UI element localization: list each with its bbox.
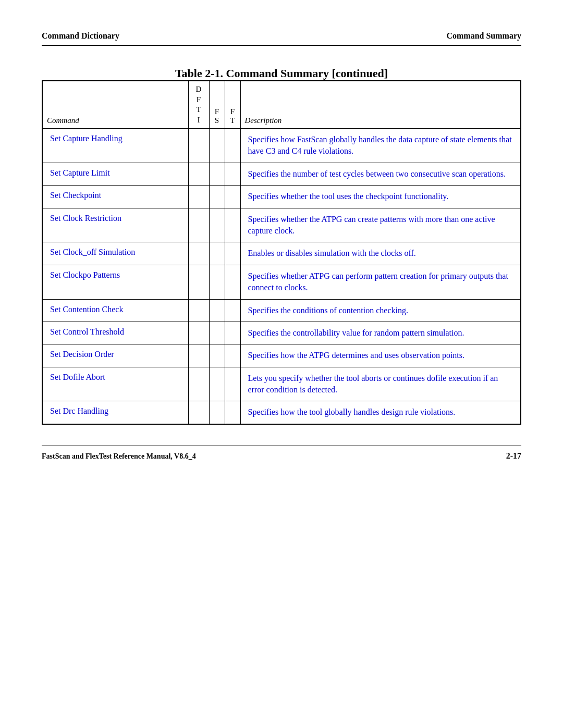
dtfi-cell [188,129,209,163]
ft-cell [225,242,240,265]
table-row: Set Decision OrderSpecifies how the ATPG… [42,344,521,367]
table-row: Set Clockpo PatternsSpecifies whether AT… [42,265,521,299]
table-header-row: Command D F T I F S [42,81,521,129]
dtfi-cell [188,322,209,344]
fs-cell [209,129,225,163]
command-cell[interactable]: Set Decision Order [42,344,188,367]
ft-cell [225,129,240,163]
footer-page-number: 2-17 [506,451,521,461]
description-cell: Specifies whether the ATPG can create pa… [240,208,521,242]
command-cell[interactable]: Set Clock_off Simulation [42,242,188,265]
page-footer: FastScan and FlexTest Reference Manual, … [42,446,521,461]
command-summary-table: Command D F T I F S [42,80,521,425]
description-text: Enables or disables simulation with the … [248,249,416,257]
fs-cell [209,163,225,185]
page-header: Command Dictionary Command Summary [42,31,521,46]
description-cell: Specifies how the ATPG determines and us… [240,344,521,367]
fs-cell [209,186,225,208]
description-text: Specifies the conditions of contention c… [248,306,408,315]
command-cell[interactable]: Set Dofile Abort [42,367,188,401]
dtfi-label: D F T I [193,84,205,125]
description-text: Specifies the number of test cycles betw… [248,169,506,178]
page: Command Dictionary Command Summary Table… [0,0,563,728]
fs-cell [209,242,225,265]
dtfi-cell [188,344,209,367]
command-cell[interactable]: Set Clockpo Patterns [42,265,188,299]
description-cell: Specifies the controllability value for … [240,322,521,344]
description-cell: Specifies the conditions of contention c… [240,299,521,322]
description-cell: Specifies how FastScan globally handles … [240,129,521,163]
command-cell[interactable]: Set Contention Check [42,299,188,322]
description-text: Specifies how the tool globally handles … [248,408,456,416]
table-row: Set Dofile AbortLets you specify whether… [42,367,521,401]
dtfi-cell [188,299,209,322]
command-cell[interactable]: Set Clock Restriction [42,208,188,242]
dtfi-cell [188,163,209,185]
command-link[interactable]: Set Decision Order [50,350,114,359]
col-header-ft: F T [225,81,240,129]
table-row: Set Clock RestrictionSpecifies whether t… [42,208,521,242]
ft-cell [225,401,240,424]
col-header-dtfi: D F T I [188,81,209,129]
fs-cell [209,344,225,367]
command-link[interactable]: Set Dofile Abort [50,373,105,381]
command-cell[interactable]: Set Checkpoint [42,186,188,208]
table-row: Set Contention CheckSpecifies the condit… [42,299,521,322]
ft-cell [225,367,240,401]
col-header-command: Command [42,81,188,129]
col-header-description: Description [240,81,521,129]
command-cell[interactable]: Set Control Threshold [42,322,188,344]
table-title: Table 2-1. Command Summary [continued] [42,67,521,80]
command-link[interactable]: Set Capture Limit [50,168,110,177]
description-cell: Lets you specify whether the tool aborts… [240,367,521,401]
fs-cell [209,265,225,299]
fs-cell [209,299,225,322]
command-link[interactable]: Set Clock Restriction [50,214,121,223]
dtfi-cell [188,265,209,299]
command-cell[interactable]: Set Capture Limit [42,163,188,185]
command-link[interactable]: Set Clock_off Simulation [50,248,135,256]
command-cell[interactable]: Set Capture Handling [42,129,188,163]
table-row: Set Control ThresholdSpecifies the contr… [42,322,521,344]
command-link[interactable]: Set Clockpo Patterns [50,270,120,279]
description-cell: Enables or disables simulation with the … [240,242,521,265]
description-cell: Specifies whether ATPG can perform patte… [240,265,521,299]
table-row: Set Capture LimitSpecifies the number of… [42,163,521,185]
description-cell: Specifies whether the tool uses the chec… [240,186,521,208]
ft-cell [225,265,240,299]
dtfi-cell [188,208,209,242]
table-body: Set Capture HandlingSpecifies how FastSc… [42,129,521,424]
fs-cell [209,208,225,242]
col-header-fs: F S [209,81,225,129]
dtfi-cell [188,401,209,424]
header-right-text: Command Summary [446,31,521,41]
command-link[interactable]: Set Contention Check [50,305,123,314]
description-cell: Specifies the number of test cycles betw… [240,163,521,185]
footer-manual-name: FastScan and FlexTest Reference Manual, … [42,452,196,461]
dtfi-cell [188,242,209,265]
ft-cell [225,208,240,242]
command-link[interactable]: Set Capture Handling [50,134,123,143]
header-left-text: Command Dictionary [42,31,119,41]
table-row: Set Clock_off SimulationEnables or disab… [42,242,521,265]
dtfi-cell [188,186,209,208]
description-text: Specifies how the ATPG determines and us… [248,351,465,360]
fs-cell [209,367,225,401]
description-text: Specifies whether the ATPG can create pa… [248,215,495,235]
fs-cell [209,401,225,424]
command-link[interactable]: Set Drc Handling [50,406,108,415]
command-link[interactable]: Set Checkpoint [50,191,101,200]
dtfi-cell [188,367,209,401]
ft-cell [225,299,240,322]
command-cell[interactable]: Set Drc Handling [42,401,188,424]
description-cell: Specifies how the tool globally handles … [240,401,521,424]
table-row: Set Capture HandlingSpecifies how FastSc… [42,129,521,163]
description-text: Specifies whether the tool uses the chec… [248,192,449,201]
fs-cell [209,322,225,344]
ft-cell [225,163,240,185]
ft-cell [225,344,240,367]
table-row: Set Drc HandlingSpecifies how the tool g… [42,401,521,424]
description-text: Lets you specify whether the tool aborts… [248,374,498,394]
command-link[interactable]: Set Control Threshold [50,327,124,336]
description-text: Specifies how FastScan globally handles … [248,135,512,155]
